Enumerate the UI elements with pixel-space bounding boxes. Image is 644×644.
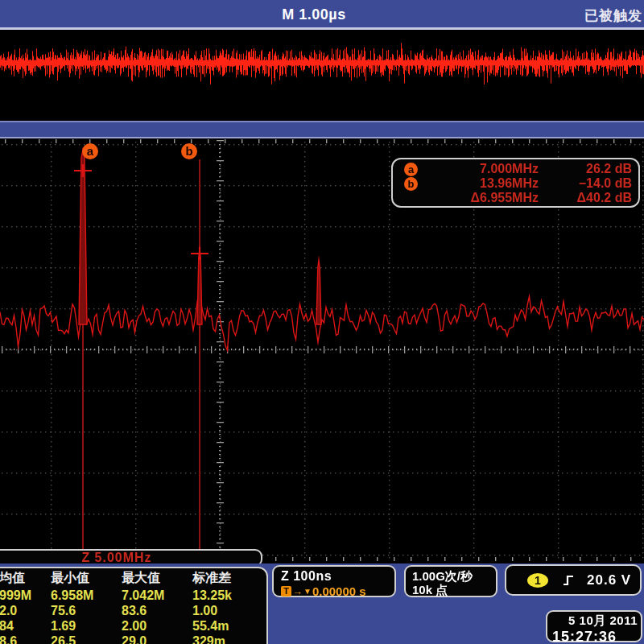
- cursor-readout-box: a 7.000MHz 26.2 dB b 13.96MHz −14.0 dB Δ…: [391, 158, 640, 208]
- meas-cell: 2.0: [0, 603, 51, 618]
- meas-cell: 999M: [0, 588, 51, 603]
- zoom-timebase-box: Z 100ns T → ▼ 0.00000 s: [272, 565, 396, 597]
- titlebar: M 1.00µs 已被触发: [0, 0, 644, 30]
- window-divider: [0, 121, 644, 138]
- meas-cell: 83.6: [122, 603, 192, 618]
- meas-cell: 84: [0, 618, 51, 634]
- bottom-bar: 均值 最小值 最大值 标准差 999M 6.958M 7.042M 13.25k…: [0, 564, 644, 644]
- meas-cell: 1.69: [51, 618, 122, 634]
- meas-cell: 1.00: [192, 603, 263, 618]
- cursor-delta-row: Δ6.955MHz Δ40.2 dB: [404, 191, 632, 205]
- trigger-level-value: 20.6 V: [587, 572, 631, 588]
- record-length: 10k 点: [412, 583, 496, 597]
- header-max: 最大值: [122, 570, 192, 588]
- pointer-down-icon: ▼: [303, 587, 312, 596]
- cursor-delta-frequency: Δ6.955MHz: [418, 191, 539, 205]
- sample-rate: 1.00G次/秒: [412, 569, 496, 583]
- measurement-header-row: 均值 最小值 最大值 标准差: [0, 570, 263, 588]
- cursor-delta-level: Δ40.2 dB: [539, 191, 632, 205]
- channel-waveform-window: [0, 32, 644, 121]
- channel-waveform-canvas: [0, 32, 644, 121]
- measurement-row: 84 1.69 2.00 55.4m: [0, 618, 263, 634]
- datetime-box: 5 10月 2011 15:27:36: [546, 610, 642, 642]
- cursor-b-frequency: 13.96MHz: [418, 176, 539, 191]
- cursor-b-badge-icon: b: [404, 177, 418, 191]
- cursor-a-level: 26.2 dB: [539, 162, 632, 176]
- trigger-source-box: 1 20.6 V: [505, 564, 642, 596]
- meas-cell: 13.25k: [192, 588, 263, 603]
- meas-cell: 8.6: [0, 634, 51, 644]
- meas-cell: 55.4m: [192, 618, 263, 634]
- measurement-panel: 均值 最小值 最大值 标准差 999M 6.958M 7.042M 13.25k…: [0, 567, 268, 644]
- cursor-a-badge-icon: a: [404, 163, 418, 176]
- cursor-a-badge: a: [82, 143, 98, 159]
- cursor-b-badge: b: [181, 143, 197, 159]
- meas-cell: 7.042M: [122, 588, 192, 603]
- arrow-right-icon: →: [292, 585, 303, 597]
- meas-cell: 2.00: [122, 618, 192, 634]
- trigger-t-icon: T: [281, 586, 291, 597]
- oscilloscope-screen: M 1.00µs 已被触发 a b a 7.000MHz 26.2 dB b 1…: [0, 0, 644, 644]
- measurement-row: 8.6 26.5 29.0 329m: [0, 634, 263, 644]
- cursor-a-frequency: 7.000MHz: [418, 162, 539, 176]
- meas-cell: 26.5: [51, 634, 122, 644]
- meas-cell: 6.958M: [51, 588, 122, 603]
- meas-cell: 75.6: [51, 603, 122, 618]
- zoom-position-readout: T → ▼ 0.00000 s: [281, 584, 394, 598]
- meas-cell: 329m: [192, 634, 263, 644]
- header-mean: 均值: [0, 570, 51, 588]
- channel-1-badge: 1: [527, 573, 548, 588]
- date-readout: 5 10月 2011: [552, 613, 638, 629]
- measurement-row: 2.0 75.6 83.6 1.00: [0, 603, 263, 618]
- cursor-b-level: −14.0 dB: [539, 176, 632, 191]
- meas-cell: 29.0: [122, 634, 192, 644]
- trigger-status: 已被触发: [584, 6, 642, 25]
- header-stddev: 标准差: [192, 570, 263, 588]
- rising-edge-icon: [563, 574, 574, 587]
- cursor-delta-spacer: [404, 192, 418, 205]
- measurement-table: 均值 最小值 最大值 标准差 999M 6.958M 7.042M 13.25k…: [0, 570, 263, 644]
- main-timebase-readout: M 1.00µs: [0, 6, 628, 23]
- time-readout: 15:27:36: [552, 629, 638, 644]
- header-min: 最小值: [51, 570, 122, 588]
- zoom-timebase-readout: Z 100ns: [281, 569, 394, 584]
- cursor-a-row: a 7.000MHz 26.2 dB: [404, 162, 632, 176]
- measurement-row: 999M 6.958M 7.042M 13.25k: [0, 588, 263, 603]
- acquisition-box: 1.00G次/秒 10k 点: [404, 565, 497, 597]
- zoom-delay-value: 0.00000 s: [312, 584, 366, 598]
- cursor-b-row: b 13.96MHz −14.0 dB: [404, 176, 632, 191]
